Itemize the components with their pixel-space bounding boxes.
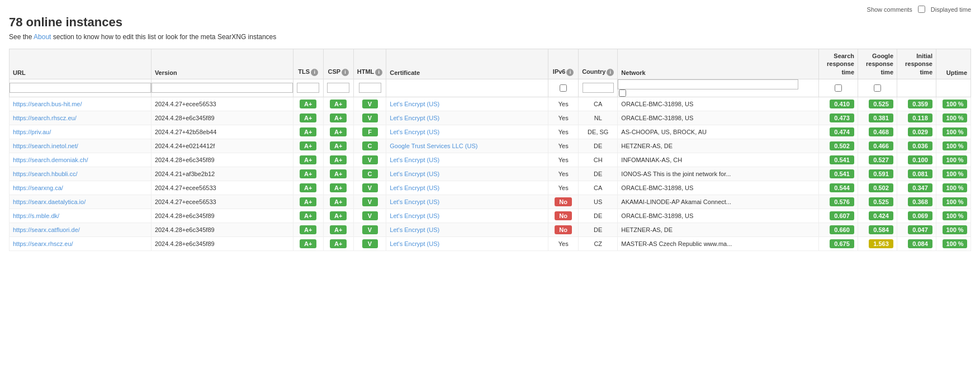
- grt-badge: 0.381: [869, 113, 893, 122]
- filter-country-cell[interactable]: [579, 79, 618, 97]
- certificate-link[interactable]: Let's Encrypt (US): [390, 115, 439, 121]
- cell-certificate: Let's Encrypt (US): [386, 153, 548, 167]
- certificate-link[interactable]: Let's Encrypt (US): [390, 212, 439, 219]
- table-row: https://search.bus-hit.me/2024.4.27+ecee…: [10, 97, 971, 111]
- cell-irt: 0.081: [897, 167, 936, 181]
- cell-tls: A+: [293, 181, 323, 195]
- filter-url-cell[interactable]: [10, 79, 152, 97]
- filter-html-cell[interactable]: [353, 79, 386, 97]
- cell-country: US: [579, 195, 618, 209]
- filter-csp-cell[interactable]: [323, 79, 353, 97]
- grt-badge: 0.525: [869, 100, 893, 108]
- filter-tls-input[interactable]: [297, 83, 319, 93]
- url-link[interactable]: https://searx.daetalytica.io/: [13, 198, 86, 205]
- filter-network-input[interactable]: [618, 79, 798, 89]
- tls-badge: A+: [300, 211, 316, 220]
- srt-badge: 0.474: [830, 127, 854, 136]
- subtitle-prefix: See the: [9, 33, 34, 41]
- url-link[interactable]: https://searx.rhscz.eu/: [13, 240, 73, 247]
- cell-tls: A+: [293, 139, 323, 153]
- col-header-url: URL: [10, 49, 152, 79]
- filter-version-cell[interactable]: [151, 79, 293, 97]
- tls-badge: A+: [300, 100, 316, 108]
- filter-srt-cell[interactable]: [819, 79, 858, 97]
- cell-csp: A+: [323, 139, 353, 153]
- cell-uptime: 100 %: [936, 236, 971, 250]
- table-row: https://search.inetol.net/2024.4.24+e021…: [10, 139, 971, 153]
- subtitle: See the About section to know how to edi…: [9, 33, 971, 41]
- irt-badge: 0.084: [908, 239, 932, 248]
- cell-version: 2024.4.24+e0214412f: [151, 139, 293, 153]
- page-container: Show comments Displayed time 78 online i…: [0, 0, 980, 257]
- cell-uptime: 100 %: [936, 181, 971, 195]
- cell-grt: 0.525: [858, 97, 897, 111]
- cell-network: HETZNER-AS, DE: [618, 139, 819, 153]
- csp-badge: A+: [330, 141, 347, 150]
- url-link[interactable]: https://search.hbubli.cc/: [13, 171, 78, 177]
- cell-url: https://search.hbubli.cc/: [10, 167, 152, 181]
- grt-badge: 0.424: [869, 211, 893, 220]
- filter-tls-cell[interactable]: [293, 79, 323, 97]
- certificate-link[interactable]: Let's Encrypt (US): [390, 240, 439, 247]
- uptime-badge: 100 %: [943, 225, 967, 234]
- filter-csp-input[interactable]: [327, 83, 349, 93]
- cell-irt: 0.084: [897, 236, 936, 250]
- cell-country: NL: [579, 111, 618, 125]
- col-header-version: Version: [151, 49, 293, 79]
- cell-srt: 0.660: [819, 223, 858, 236]
- certificate-link[interactable]: Let's Encrypt (US): [390, 226, 439, 233]
- url-link[interactable]: https://searxng.ca/: [13, 184, 63, 191]
- show-comments-checkbox[interactable]: [918, 6, 925, 13]
- cell-ipv6: Yes: [548, 167, 579, 181]
- tls-badge: A+: [300, 183, 316, 192]
- url-link[interactable]: https://s.mble.dk/: [13, 212, 59, 219]
- filter-version-input[interactable]: [152, 83, 293, 93]
- srt-badge: 0.541: [830, 169, 854, 178]
- filter-srt-checkbox[interactable]: [835, 84, 842, 92]
- certificate-link[interactable]: Let's Encrypt (US): [390, 171, 439, 177]
- filter-grt-checkbox[interactable]: [874, 84, 881, 92]
- filter-grt-cell[interactable]: [858, 79, 897, 97]
- url-link[interactable]: https://searx.catfluori.de/: [13, 226, 80, 233]
- certificate-link[interactable]: Let's Encrypt (US): [390, 184, 439, 191]
- cell-certificate: Let's Encrypt (US): [386, 209, 548, 223]
- url-link[interactable]: https://search.demoniak.ch/: [13, 157, 88, 163]
- cell-srt: 0.576: [819, 195, 858, 209]
- irt-badge: 0.036: [908, 141, 932, 150]
- srt-badge: 0.473: [830, 113, 854, 122]
- url-link[interactable]: https://search.rhscz.eu/: [13, 115, 77, 121]
- srt-badge: 0.541: [830, 155, 854, 164]
- cell-ipv6: Yes: [548, 97, 579, 111]
- top-bar: Show comments Displayed time: [9, 6, 971, 13]
- cell-html: V: [353, 195, 386, 209]
- cell-srt: 0.541: [819, 153, 858, 167]
- certificate-link[interactable]: Let's Encrypt (US): [390, 157, 439, 163]
- cell-irt: 0.029: [897, 125, 936, 139]
- table-row: https://s.mble.dk/2024.4.28+e6c345f89A+A…: [10, 209, 971, 223]
- filter-network-cell[interactable]: [618, 79, 819, 97]
- cell-uptime: 100 %: [936, 167, 971, 181]
- filter-network-checkbox[interactable]: [619, 89, 626, 97]
- url-link[interactable]: https://search.inetol.net/: [13, 143, 78, 149]
- cell-version: 2024.4.27+ecee56533: [151, 195, 293, 209]
- certificate-link[interactable]: Let's Encrypt (US): [390, 101, 439, 107]
- filter-country-input[interactable]: [583, 83, 614, 93]
- cell-ipv6: Yes: [548, 236, 579, 250]
- irt-badge: 0.029: [908, 127, 932, 136]
- certificate-link[interactable]: Let's Encrypt (US): [390, 198, 439, 205]
- about-link[interactable]: About: [34, 33, 51, 41]
- cell-uptime: 100 %: [936, 153, 971, 167]
- cell-html: C: [353, 139, 386, 153]
- cell-ipv6: No: [548, 209, 579, 223]
- filter-html-input[interactable]: [359, 83, 381, 93]
- srt-badge: 0.544: [830, 183, 854, 192]
- certificate-link[interactable]: Google Trust Services LLC (US): [390, 143, 477, 149]
- filter-ipv6-checkbox[interactable]: [560, 84, 567, 92]
- cell-uptime: 100 %: [936, 139, 971, 153]
- url-link[interactable]: https://search.bus-hit.me/: [13, 101, 82, 107]
- displayed-time-label: Displayed time: [931, 6, 971, 13]
- certificate-link[interactable]: Let's Encrypt (US): [390, 129, 439, 135]
- url-link[interactable]: https://priv.au/: [13, 129, 51, 135]
- filter-url-input[interactable]: [10, 83, 151, 93]
- filter-ipv6-cell[interactable]: [548, 79, 579, 97]
